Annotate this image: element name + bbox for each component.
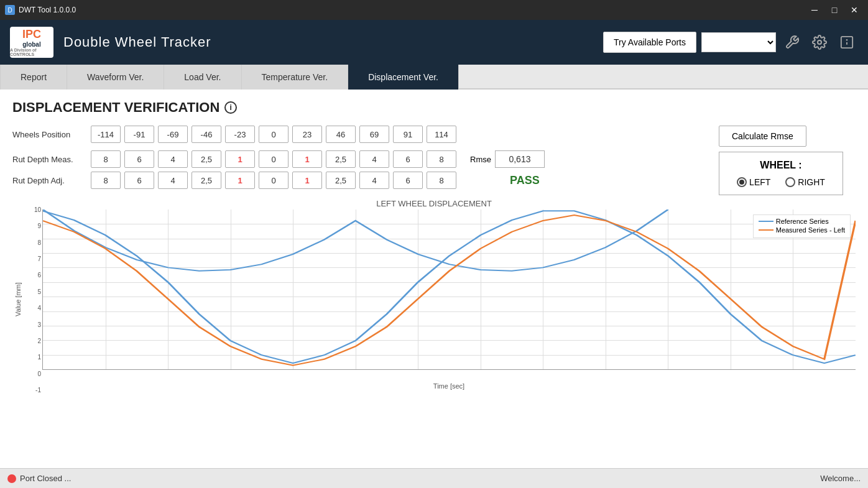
chart-wrap: Value [mm] 10 9 8 7 6 5 4 3 2 1 0 -1 [12,209,856,390]
pass-label: PASS [510,174,540,187]
logo-division: A Division of CONTROLS [10,48,53,57]
app-title: Double Wheel Tracker [63,34,211,50]
logo-ipc: IPC [22,28,41,41]
chart-svg [43,209,856,369]
calculate-rmse-button[interactable]: Calculate Rmse [719,126,806,147]
tab-temperature[interactable]: Temperature Ver. [242,65,349,90]
svg-point-4 [847,40,847,40]
wheel-pos-7[interactable]: 46 [326,126,356,143]
connect-icon-button[interactable] [781,31,803,53]
title-bar-text: DWT Tool 1.0.0.0 [19,6,76,14]
meas-3[interactable]: 2,5 [192,150,221,168]
tab-displacement[interactable]: Displacement Ver. [348,65,459,90]
svg-point-0 [818,40,821,44]
wheel-pos-9[interactable]: 91 [393,126,423,143]
adj-4[interactable]: 1 [225,172,255,189]
adj-2[interactable]: 4 [158,172,188,189]
port-status-text: Port Closed ... [20,474,71,483]
tab-waveform[interactable]: Waveform Ver. [67,65,164,90]
legend-measured: Measured Series - Left [759,226,845,234]
logo-global: global [22,41,40,48]
legend-reference-label: Reference Series [776,218,829,225]
tab-load[interactable]: Load Ver. [164,65,241,90]
chart-title: LEFT WHEEL DISPLACEMENT [12,199,856,208]
adj-0[interactable]: 8 [91,172,121,189]
wheel-pos-8[interactable]: 69 [359,126,389,143]
meas-2[interactable]: 4 [158,150,188,168]
header-right: Try Available Ports [603,31,858,53]
adj-7[interactable]: 2,5 [326,172,356,189]
adj-1[interactable]: 6 [124,172,154,189]
minimize-button[interactable]: ─ [806,1,823,19]
reference-series-parabola [43,211,856,363]
wheel-pos-4[interactable]: -23 [225,126,255,143]
adj-5[interactable]: 0 [259,172,289,189]
x-axis-label: Time [sec] [42,382,856,390]
wheel-right-radio[interactable] [785,177,795,187]
wheel-pos-1[interactable]: -91 [124,126,154,143]
wheel-left-radio[interactable] [737,177,747,187]
adj-3[interactable]: 2,5 [192,172,221,189]
header: IPC global A Division of CONTROLS Double… [0,20,868,65]
app-icon: D [5,5,15,15]
meas-1[interactable]: 6 [124,150,154,168]
adj-10[interactable]: 8 [427,172,456,189]
window-controls: ─ □ ✕ [806,1,863,19]
wheel-right-label: RIGHT [798,177,825,187]
maximize-button[interactable]: □ [826,1,843,19]
wheel-options: LEFT RIGHT [732,177,830,187]
reference-series-line [43,209,668,271]
wheel-pos-2[interactable]: -69 [158,126,188,143]
wheel-pos-0[interactable]: -114 [91,126,121,143]
logo-area: IPC global A Division of CONTROLS [10,27,53,58]
adj-9[interactable]: 6 [393,172,423,189]
wheel-selector-title: WHEEL : [732,160,830,171]
wheel-selector: WHEEL : LEFT RIGHT [719,152,843,195]
wheel-pos-10[interactable]: 114 [427,126,456,143]
wheel-left-option[interactable]: LEFT [737,177,770,187]
meas-5[interactable]: 0 [259,150,289,168]
measured-series-line [43,215,856,366]
meas-7[interactable]: 2,5 [326,150,356,168]
rut-depth-meas-label: Rut Depth Meas. [12,155,87,164]
tab-bar: Report Waveform Ver. Load Ver. Temperatu… [0,65,868,90]
status-bar: Port Closed ... Welcome... [0,468,868,488]
chart-svg-area: -120 -100 -80 -60 -40 -20 0 20 40 60 80 … [42,209,856,370]
meas-10[interactable]: 8 [427,150,456,168]
rmse-label: Rmse [470,155,491,164]
wheel-pos-6[interactable]: 23 [292,126,322,143]
title-bar: D DWT Tool 1.0.0.0 ─ □ ✕ [0,0,868,20]
legend-reference-line [759,221,773,222]
close-button[interactable]: ✕ [846,1,863,19]
wheels-position-label: Wheels Position [12,130,87,139]
settings-icon-button[interactable] [808,31,831,53]
wheel-pos-3[interactable]: -46 [192,126,221,143]
main-content: DISPLACEMENT VERIFICATION i Wheels Posit… [0,90,868,468]
try-ports-button[interactable]: Try Available Ports [603,32,696,53]
section-title: DISPLACEMENT VERIFICATION i [12,99,856,116]
port-select[interactable] [701,32,776,52]
section-info-icon[interactable]: i [224,101,237,114]
adj-8[interactable]: 4 [359,172,389,189]
legend-reference: Reference Series [759,218,845,225]
info-icon-button[interactable] [836,31,858,53]
wheel-left-label: LEFT [749,177,770,187]
wheel-right-option[interactable]: RIGHT [785,177,825,187]
meas-4[interactable]: 1 [225,150,255,168]
header-left: IPC global A Division of CONTROLS Double… [10,27,211,58]
meas-8[interactable]: 4 [359,150,389,168]
meas-0[interactable]: 8 [91,150,121,168]
wheel-pos-5[interactable]: 0 [259,126,289,143]
wheels-position-row: Wheels Position -114 -91 -69 -46 -23 0 2… [12,126,709,143]
status-left: Port Closed ... [7,474,71,483]
port-status-dot [7,474,16,483]
rmse-value: 0,613 [495,150,545,168]
legend-measured-line [759,229,773,231]
tab-report[interactable]: Report [0,65,67,90]
rut-depth-adj-label: Rut Depth Adj. [12,176,87,185]
meas-6[interactable]: 1 [292,150,322,168]
adj-6[interactable]: 1 [292,172,322,189]
welcome-message: Welcome... [820,474,861,483]
chart-container: LEFT WHEEL DISPLACEMENT Value [mm] 10 9 … [12,199,856,392]
meas-9[interactable]: 6 [393,150,423,168]
